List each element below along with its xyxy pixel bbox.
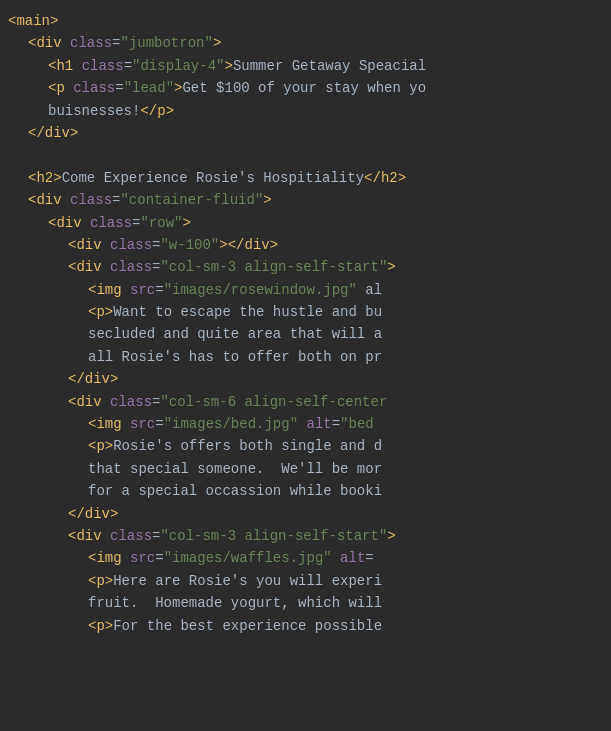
code-line: all Rosie's has to offer both on pr xyxy=(0,346,611,368)
code-line xyxy=(0,144,611,166)
code-line: <div class="col-sm-6 align-self-center xyxy=(0,391,611,413)
code-line: <div class="jumbotron"> xyxy=(0,32,611,54)
code-line: <h1 class="display-4">Summer Getaway Spe… xyxy=(0,55,611,77)
code-line: <img src="images/rosewindow.jpg" al xyxy=(0,279,611,301)
code-line: <p class="lead">Get $100 of your stay wh… xyxy=(0,77,611,99)
code-line: </div> xyxy=(0,368,611,390)
code-line: </div> xyxy=(0,503,611,525)
code-line: <p>Want to escape the hustle and bu xyxy=(0,301,611,323)
code-line: buisnesses!</p> xyxy=(0,100,611,122)
code-line: <img src="images/waffles.jpg" alt= xyxy=(0,547,611,569)
code-line: <p>For the best experience possible xyxy=(0,615,611,637)
code-line: <img src="images/bed.jpg" alt="bed xyxy=(0,413,611,435)
code-line: that special someone. We'll be mor xyxy=(0,458,611,480)
code-line: for a special occassion while booki xyxy=(0,480,611,502)
code-line: fruit. Homemade yogurt, which will xyxy=(0,592,611,614)
code-line: <h2>Come Experience Rosie's Hospitiality… xyxy=(0,167,611,189)
code-line: <main> xyxy=(0,10,611,32)
code-line: <div class="row"> xyxy=(0,212,611,234)
code-line: </div> xyxy=(0,122,611,144)
code-editor: <main> <div class="jumbotron"> <h1 class… xyxy=(0,0,611,731)
code-line: <div class="container-fluid"> xyxy=(0,189,611,211)
code-line: <div class="w-100"></div> xyxy=(0,234,611,256)
code-line: <div class="col-sm-3 align-self-start"> xyxy=(0,256,611,278)
code-line: <div class="col-sm-3 align-self-start"> xyxy=(0,525,611,547)
code-line: <p>Here are Rosie's you will experi xyxy=(0,570,611,592)
code-line: secluded and quite area that will a xyxy=(0,323,611,345)
code-line: <p>Rosie's offers both single and d xyxy=(0,435,611,457)
